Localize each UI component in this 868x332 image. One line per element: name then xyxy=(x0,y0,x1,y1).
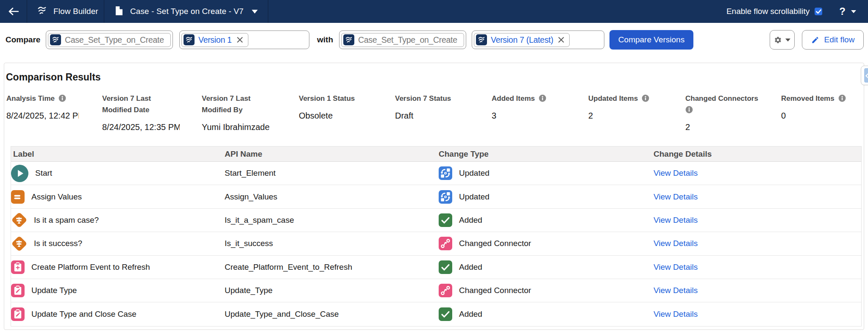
assignment-element-icon xyxy=(11,190,25,204)
stat-value: 2 xyxy=(588,111,678,121)
column-header-api-name: API Name xyxy=(225,149,439,159)
flow-title: Case - Set Type on Create - V7 xyxy=(130,7,244,16)
table-row: Create Platform Event to RefreshCreate_P… xyxy=(11,256,861,279)
change-type-text: Changed Connector xyxy=(459,239,531,248)
view-details-link[interactable]: View Details xyxy=(654,192,698,201)
info-icon[interactable] xyxy=(58,94,66,102)
view-details-link[interactable]: View Details xyxy=(654,263,698,271)
stat-label: Version 7 Status xyxy=(395,93,484,104)
view-details-link[interactable]: View Details xyxy=(654,216,698,224)
element-label: Update Type and Close Case xyxy=(31,310,136,319)
table-row: Assign ValuesAssign_ValuesUpdatedView De… xyxy=(11,185,861,208)
change-type-text: Updated xyxy=(459,192,490,202)
column-header-change-type: Change Type xyxy=(439,149,654,159)
left-version-combobox[interactable]: Version 1 xyxy=(179,30,309,49)
label-cell: Create Platform Event to Refresh xyxy=(11,260,225,274)
change-details-cell: View Details xyxy=(654,239,861,248)
change-type-cell: Updated xyxy=(439,190,654,204)
stat-value: Yumi Ibrahimzade xyxy=(202,122,291,132)
change-type-text: Updated xyxy=(459,169,490,178)
check-icon xyxy=(816,9,821,14)
change-details-cell: View Details xyxy=(654,169,861,178)
compare-versions-button[interactable]: Compare Versions xyxy=(609,30,693,50)
element-label: Start xyxy=(35,169,52,178)
change-type-cell: Added xyxy=(439,260,654,274)
stat-label-text: Version 7 Last Modified By xyxy=(202,93,277,116)
stat-label-text: Version 7 Status xyxy=(395,94,451,102)
change-type-text: Added xyxy=(459,263,482,272)
gear-icon xyxy=(774,36,782,44)
label-cell: Update Type and Close Case xyxy=(11,307,225,321)
added-change-icon xyxy=(439,260,452,274)
stat-label-text: Added Items xyxy=(492,94,535,102)
info-icon[interactable] xyxy=(838,94,846,102)
flow-title-menu[interactable]: Case - Set Type on Create - V7 xyxy=(104,0,268,23)
right-flow-pill[interactable]: Case_Set_Type_on_Create xyxy=(341,33,464,47)
label-cell: Assign Values xyxy=(11,190,225,204)
start-element-icon xyxy=(11,165,28,182)
info-icon[interactable] xyxy=(539,94,546,102)
stat-removed-items: Removed Items0 xyxy=(781,93,862,132)
scrollability-label: Enable flow scrollability xyxy=(726,7,810,16)
decision-element-icon xyxy=(11,212,27,228)
results-heading: Comparison Results xyxy=(6,72,101,83)
api-name-cell: Is_it_a_spam_case xyxy=(225,216,439,225)
app-name: Flow Builder xyxy=(53,7,98,16)
help-caret-icon[interactable] xyxy=(851,10,856,13)
label-cell: Update Type xyxy=(11,284,225,297)
column-header-label: Label xyxy=(11,149,225,159)
column-header-change-details: Change Details xyxy=(654,149,861,159)
change-type-text: Added xyxy=(459,310,482,319)
change-type-cell: Updated xyxy=(439,166,654,180)
back-button[interactable] xyxy=(0,0,27,23)
stat-analysis-time: Analysis Time8/24/2025, 12:42 PM xyxy=(6,93,102,132)
element-label: Is it success? xyxy=(34,239,82,248)
added-change-icon xyxy=(439,307,452,321)
added-change-icon xyxy=(439,213,452,227)
left-flow-pill[interactable]: Case_Set_Type_on_Create xyxy=(48,33,171,47)
edit-flow-label: Edit flow xyxy=(824,35,855,44)
stat-value: 8/24/2025, 12:42 PM xyxy=(6,111,79,121)
updated-change-icon xyxy=(439,166,452,180)
view-details-link[interactable]: View Details xyxy=(654,286,698,295)
remove-right-version-icon[interactable] xyxy=(557,36,565,44)
api-name-cell: Update_Type xyxy=(225,286,439,295)
stat-label-text: Version 1 Status xyxy=(299,94,355,102)
stat-label-text: Updated Items xyxy=(588,94,638,102)
right-version-combobox[interactable]: Version 7 (Latest) xyxy=(472,30,604,49)
updated-change-icon xyxy=(439,190,452,204)
right-version-pill[interactable]: Version 7 (Latest) xyxy=(474,33,570,47)
change-type-cell: Changed Connector xyxy=(439,284,654,297)
change-details-cell: View Details xyxy=(654,263,861,272)
api-name-cell: Start_Element xyxy=(225,169,439,178)
info-icon[interactable] xyxy=(685,106,693,113)
results-summary-stats: Analysis Time8/24/2025, 12:42 PMVersion … xyxy=(6,93,862,132)
view-details-link[interactable]: View Details xyxy=(654,169,698,177)
info-icon[interactable] xyxy=(642,94,649,102)
pencil-icon xyxy=(811,36,819,44)
left-flow-combobox[interactable]: Case_Set_Type_on_Create xyxy=(46,30,173,49)
table-row: StartStart_ElementUpdatedView Details xyxy=(11,162,861,185)
api-name-cell: Assign_Values xyxy=(225,192,439,202)
change-details-cell: View Details xyxy=(654,192,861,202)
flow-builder-logo-icon xyxy=(37,6,47,17)
right-flow-combobox[interactable]: Case_Set_Type_on_Create xyxy=(339,30,466,49)
scrollability-checkbox[interactable] xyxy=(815,8,822,15)
stat-value: 2 xyxy=(685,122,773,132)
settings-caret-icon xyxy=(785,39,790,42)
panel-toggle-button[interactable] xyxy=(861,66,868,85)
view-details-link[interactable]: View Details xyxy=(654,310,698,318)
left-version-pill[interactable]: Version 1 xyxy=(181,33,248,47)
stat-label: Version 7 Last Modified Date xyxy=(102,93,194,116)
api-name-cell: Create_Platform_Event_to_Refresh xyxy=(225,263,439,272)
table-row: Update TypeUpdate_TypeChanged ConnectorV… xyxy=(11,279,861,302)
remove-left-version-icon[interactable] xyxy=(236,36,244,44)
view-details-link[interactable]: View Details xyxy=(654,239,698,248)
api-name-cell: Update_Type_and_Close_Case xyxy=(225,310,439,319)
help-button[interactable]: ? xyxy=(839,6,846,17)
change-type-cell: Added xyxy=(439,213,654,227)
change-type-text: Added xyxy=(459,216,482,225)
edit-flow-button[interactable]: Edit flow xyxy=(802,30,864,50)
settings-menu-button[interactable] xyxy=(770,30,795,50)
stat-value: 3 xyxy=(492,111,581,121)
